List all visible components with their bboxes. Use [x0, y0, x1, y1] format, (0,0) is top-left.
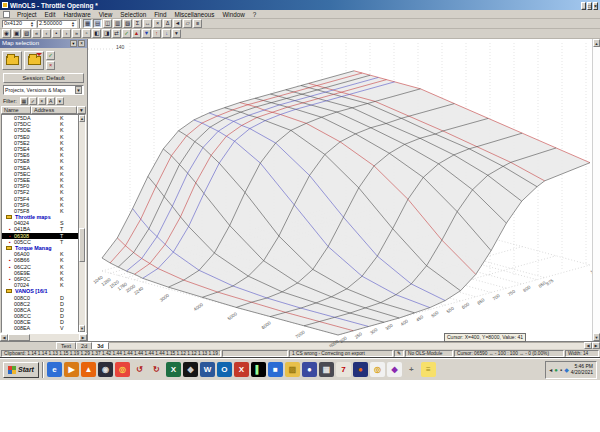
prev-map-button[interactable]: ‹ [42, 29, 51, 38]
menu-item-?[interactable]: ? [249, 11, 261, 18]
spinner-icon[interactable]: ▲▼ [71, 21, 75, 27]
filter-ok-button[interactable]: ✓ [29, 97, 37, 105]
scroll-thumb[interactable] [8, 334, 30, 341]
title-bar[interactable]: WinOLS - Throttle Opening * _□× [0, 0, 600, 10]
rows-button[interactable]: ▥ [113, 19, 122, 28]
map-window-button[interactable]: ▣ [12, 29, 21, 38]
taskbar-7zip-icon[interactable]: 7 [336, 362, 351, 377]
sort-icon[interactable]: ▾ [77, 106, 86, 114]
options-button[interactable]: ▾ [172, 29, 181, 38]
lower-button[interactable]: ↓ [162, 29, 171, 38]
taskbar-chrome-canary-icon[interactable]: ◎ [370, 362, 385, 377]
taskbar-photos-icon[interactable]: ◉ [98, 362, 113, 377]
decrease-button[interactable]: ▼ [142, 29, 151, 38]
filter-clear-button[interactable]: × [38, 97, 46, 105]
scroll-thumb[interactable] [79, 228, 85, 262]
hex-window-button[interactable]: ▨ [22, 29, 31, 38]
sum-button[interactable]: Σ [133, 19, 142, 28]
taskbar-vlc-icon[interactable]: ▲ [81, 362, 96, 377]
taskbar-media-blue-icon[interactable]: ● [302, 362, 317, 377]
first-map-button[interactable]: « [32, 29, 41, 38]
delta-button[interactable]: Δ [163, 19, 172, 28]
maximize-button[interactable]: □ [587, 2, 592, 10]
scroll-right-icon[interactable]: ▶ [79, 334, 87, 341]
scroll-down-icon[interactable]: ▼ [593, 333, 600, 341]
column-name[interactable]: Name [1, 106, 31, 114]
panel-title-bar[interactable]: Map selection ▾× [0, 39, 87, 48]
panel-close-button[interactable]: × [78, 40, 85, 47]
start-button[interactable]: Start [3, 362, 39, 378]
taskbar-color-wheel-icon[interactable]: ◆ [387, 362, 402, 377]
chevron-down-icon[interactable]: ▼ [75, 86, 82, 94]
scope-dropdown[interactable]: Projects, Versions & Maps ▼ [3, 85, 84, 95]
taskbar-outlook-icon[interactable]: O [217, 362, 232, 377]
grid-button[interactable]: ◫ [103, 19, 112, 28]
map-row[interactable]: 008F0V [2, 332, 85, 333]
shape-button[interactable]: ▱ [183, 19, 192, 28]
delete-button[interactable]: × [153, 19, 162, 28]
view-3d-button[interactable]: ▤ [93, 19, 102, 28]
raise-button[interactable]: ↑ [152, 29, 161, 38]
taskbar-folder-icon[interactable]: ▨ [285, 362, 300, 377]
remove-button[interactable]: × [46, 61, 55, 70]
taskbar-windows-app-icon[interactable]: ■ [268, 362, 283, 377]
taskbar-chrome-icon[interactable]: ◎ [115, 362, 130, 377]
filter-all-button[interactable]: ▦ [20, 97, 28, 105]
menu-item-edit[interactable]: Edit [41, 11, 60, 18]
taskbar-undo-icon[interactable]: ↺ [132, 362, 147, 377]
list-button[interactable]: ≡ [193, 19, 202, 28]
swap-button[interactable]: ⇄ [112, 29, 121, 38]
cols-button[interactable]: ▧ [123, 19, 132, 28]
menu-item-find[interactable]: Find [150, 11, 170, 18]
increase-button[interactable]: ▲ [132, 29, 141, 38]
select-button[interactable]: ▫ [82, 29, 91, 38]
import-project-button[interactable] [24, 51, 44, 70]
taskbar-internet-explorer-icon[interactable]: e [47, 362, 62, 377]
filter-az-button[interactable]: A [47, 97, 55, 105]
taskbar-firefox-icon[interactable]: ● [353, 362, 368, 377]
open-project-button[interactable] [2, 51, 22, 70]
left-half-button[interactable]: ◧ [92, 29, 101, 38]
taskbar-notes-icon[interactable]: ≡ [421, 362, 436, 377]
menu-item-view[interactable]: View [95, 11, 117, 18]
menu-item-miscellaneous[interactable]: Miscellaneous [170, 11, 218, 18]
factor-combo[interactable]: 2.500000▲▼ [37, 20, 77, 28]
scroll-down-icon[interactable]: ▼ [79, 325, 85, 332]
panel-pin-button[interactable]: ▾ [70, 40, 77, 47]
scroll-up-icon[interactable]: ▲ [593, 39, 600, 47]
map-3d-view[interactable]: 1401040128015201760200022403000400050006… [88, 39, 592, 341]
taskbar-wrench-icon[interactable]: + [404, 362, 419, 377]
menu-item-project[interactable]: Project [13, 11, 41, 18]
next-map-button[interactable]: › [62, 29, 71, 38]
menu-item-hardware[interactable]: Hardware [59, 11, 94, 18]
menu-item-selection[interactable]: Selection [116, 11, 150, 18]
taskbar-photo-tiles-icon[interactable]: ▦ [319, 362, 334, 377]
column-address[interactable]: Address [31, 106, 77, 114]
panel-hscrollbar[interactable]: ◀ ▶ [0, 333, 87, 341]
taskbar-excel-icon[interactable]: X [166, 362, 181, 377]
scroll-left-icon[interactable]: ◀ [0, 334, 8, 341]
session-button[interactable]: Session: Default [3, 73, 84, 83]
apply-button[interactable]: ✓ [122, 29, 131, 38]
filter-more-button[interactable]: ▾ [56, 97, 64, 105]
spinner-icon[interactable]: ▲▼ [30, 21, 34, 27]
taskbar-media-player-icon[interactable]: ▶ [64, 362, 79, 377]
view-vscrollbar[interactable]: ▲ ▼ [592, 39, 600, 341]
compare-button[interactable]: ↔ [143, 19, 152, 28]
minimize-button[interactable]: _ [581, 2, 586, 10]
scroll-up-icon[interactable]: ▲ [79, 115, 85, 122]
magnifier-button[interactable]: ◉ [2, 29, 11, 38]
right-half-button[interactable]: ◨ [102, 29, 111, 38]
back-button[interactable]: ◄ [173, 19, 182, 28]
list-vscrollbar[interactable]: ▲▼ [78, 115, 85, 332]
accept-button[interactable]: ✓ [46, 51, 55, 60]
taskbar-redo-icon[interactable]: ↻ [149, 362, 164, 377]
stop-button[interactable]: ▪ [52, 29, 61, 38]
scroll-right-icon[interactable]: ▶ [592, 342, 600, 349]
menu-item-window[interactable]: Window [218, 11, 248, 18]
taskbar-word-icon[interactable]: W [200, 362, 215, 377]
last-map-button[interactable]: » [72, 29, 81, 38]
taskbar-excel-red-icon[interactable]: X [234, 362, 249, 377]
taskbar-black-tool-icon[interactable]: ◆ [183, 362, 198, 377]
taskbar-terminal-icon[interactable]: ▌ [251, 362, 266, 377]
